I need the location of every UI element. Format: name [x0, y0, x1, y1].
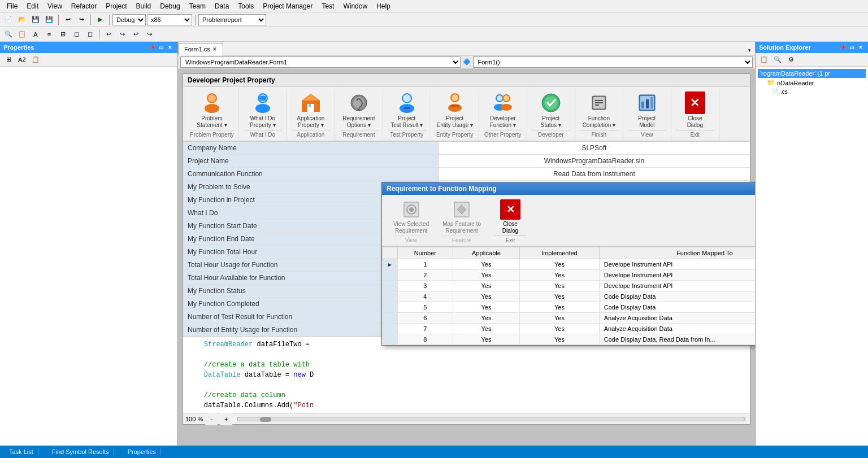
popup-table-row[interactable]: ► 1 Yes Yes Develope Instrument API	[383, 259, 756, 270]
project-model-item[interactable]: ProjectModel View	[623, 89, 671, 141]
menu-project[interactable]: Project	[101, 1, 131, 11]
project-status-item[interactable]: ProjectStatus ▾ Developer	[527, 89, 575, 141]
popup-table-row[interactable]: 3 Yes Yes Develope Instrument API	[383, 281, 756, 291]
tb2-btn6[interactable]: ◻	[70, 28, 83, 41]
prop-alpha-btn[interactable]: AZ	[16, 54, 28, 66]
solution-pin-btn[interactable]: 📌	[839, 43, 847, 51]
undo-btn[interactable]: ↩	[62, 14, 74, 26]
menu-debug[interactable]: Debug	[155, 1, 184, 11]
save-all-btn[interactable]: 💾	[43, 14, 55, 26]
tab-form1cs[interactable]: Form1.cs ✕	[178, 43, 223, 55]
popup-table-container[interactable]: Number Applicable Implemented Function M…	[382, 247, 755, 345]
sol-btn3[interactable]: ⚙	[785, 54, 797, 66]
popup-table-row[interactable]: 5 Yes Yes Code Display Data	[383, 302, 756, 313]
project-entity-usage-item[interactable]: ProjectEntity Usage ▾ Entity Property	[431, 89, 479, 141]
properties-pin-btn[interactable]: 📌	[148, 43, 156, 51]
sol-btn1[interactable]: 📋	[758, 54, 770, 66]
solution-close-btn[interactable]: ✕	[857, 43, 865, 51]
menu-build[interactable]: Build	[132, 1, 156, 11]
properties-close-btn[interactable]: ✕	[166, 43, 174, 51]
cell-mapped: Code Display Data, Read Data from In...	[599, 334, 755, 345]
popup-table-row[interactable]: 2 Yes Yes Develope Instrument API	[383, 270, 756, 281]
tb2-btn3[interactable]: A	[29, 28, 42, 41]
tb2-btn5[interactable]: ⊞	[57, 28, 69, 41]
popup-table-row[interactable]: 7 Yes Yes Analyze Acquisition Data	[383, 324, 756, 334]
status-task-list[interactable]: Task List	[5, 448, 38, 455]
menu-file[interactable]: File	[2, 1, 22, 11]
run-btn[interactable]: ▶	[94, 14, 106, 26]
status-find-symbol[interactable]: Find Symbol Results	[47, 448, 114, 455]
solution-short-item[interactable]: 📁 nDataReader	[758, 78, 866, 88]
requirement-options-label: RequirementOptions ▾	[342, 115, 375, 129]
popup-close-dialog-item[interactable]: ✕ CloseDialog Exit	[488, 197, 533, 246]
menu-project-manager[interactable]: Project Manager	[258, 1, 317, 11]
zoom-minus-btn[interactable]: -	[205, 413, 218, 425]
data-table-row[interactable]: Company NameSLPSoft	[183, 142, 750, 155]
status-properties[interactable]: Properties	[123, 448, 161, 455]
zoom-scrollbar[interactable]	[237, 417, 745, 421]
tb2-btn7[interactable]: ◻	[84, 28, 96, 41]
popup-table-row[interactable]: 4 Yes Yes Code Display Data	[383, 291, 756, 302]
tb2-btn1[interactable]: 🔍	[2, 28, 15, 41]
data-table-row[interactable]: Communication FunctionRead Data from Ins…	[183, 168, 750, 181]
code-editor[interactable]: StreamReader dataFileTwo = //create a da…	[183, 337, 750, 413]
popup-close-red-btn[interactable]: ✕	[500, 199, 520, 220]
menu-edit[interactable]: Edit	[22, 1, 43, 11]
function-completion-item[interactable]: FunctionCompletion ▾ Finish	[575, 89, 623, 141]
data-table-row[interactable]: Project NameWindowsProgramDataReader.sln	[183, 155, 750, 168]
project-test-result-item[interactable]: ProjectTest Result ▾ Test Property	[383, 89, 431, 141]
close-dialog-item[interactable]: ✕ CloseDialog Exit	[671, 89, 719, 141]
svg-point-26	[501, 104, 512, 111]
prop-pages-btn[interactable]: 📋	[29, 54, 42, 66]
properties-header: Properties 📌 ▭ ✕	[0, 42, 177, 53]
properties-float-btn[interactable]: ▭	[157, 43, 165, 51]
tb2-btn11[interactable]: ↪	[143, 28, 155, 41]
what-i-do-item[interactable]: What I DoProperty ▾ What I Do	[239, 89, 287, 141]
solution-project-item[interactable]: 'rogramDataReader' (1 pr	[758, 69, 866, 78]
namespace-combo[interactable]: WindowsProgramDataReader.Form1	[180, 56, 461, 68]
function-completion-icon	[588, 91, 610, 114]
map-feature-item[interactable]: Map Feature toRequirement Feature	[436, 197, 488, 246]
new-file-btn[interactable]: 📄	[2, 14, 15, 26]
menu-data[interactable]: Data	[210, 1, 233, 11]
requirement-options-item[interactable]: RequirementOptions ▾ Requirement	[335, 89, 383, 141]
zoom-plus-btn[interactable]: +	[220, 413, 232, 425]
close-dialog-red-btn[interactable]: ✕	[685, 91, 705, 114]
view-selected-req-item[interactable]: View SelectedRequirement View	[387, 197, 436, 246]
solution-cs-item[interactable]: 📄 .cs	[758, 88, 866, 96]
menu-window[interactable]: Window	[338, 1, 372, 11]
method-combo[interactable]: Form1()	[473, 56, 753, 68]
debug-mode-combo[interactable]: Debug	[112, 14, 146, 25]
editor-top-bar: WindowsProgramDataReader.Form1 🔷 Form1()	[178, 55, 755, 69]
menu-test[interactable]: Test	[317, 1, 338, 11]
menu-help[interactable]: Help	[372, 1, 395, 11]
problem-statement-item[interactable]: ! ProblemStatement ▾ Problem Property	[185, 89, 239, 141]
tab-form1cs-close[interactable]: ✕	[212, 46, 217, 52]
developer-function-sublabel: Other Property	[484, 130, 522, 138]
tb2-btn2[interactable]: 📋	[16, 28, 28, 41]
tab-dropdown-btn[interactable]: ▾	[745, 46, 754, 55]
project-combo[interactable]: Problemreport	[198, 14, 266, 25]
solution-float-btn[interactable]: ▭	[848, 43, 856, 51]
properties-title: Properties	[3, 44, 34, 51]
menu-view[interactable]: View	[43, 1, 67, 11]
menu-team[interactable]: Team	[185, 1, 210, 11]
application-item[interactable]: ApplicationProperty ▾ Application	[287, 89, 335, 141]
save-btn[interactable]: 💾	[29, 14, 42, 26]
sol-btn2[interactable]: 🔍	[771, 54, 784, 66]
zoom-level: 100 %	[185, 416, 203, 422]
developer-function-item[interactable]: DeveloperFunction ▾ Other Property	[479, 89, 527, 141]
redo-btn[interactable]: ↪	[75, 14, 88, 26]
tb2-btn8[interactable]: ↩	[102, 28, 115, 41]
tb2-btn4[interactable]: ≡	[43, 28, 55, 41]
platform-combo[interactable]: x86	[147, 14, 192, 25]
popup-table-row[interactable]: 8 Yes Yes Code Display Data, Read Data f…	[383, 334, 756, 345]
application-label: ApplicationProperty ▾	[297, 115, 324, 129]
popup-table-row[interactable]: 6 Yes Yes Analyze Acquisition Data	[383, 313, 756, 324]
menu-tools[interactable]: Tools	[233, 1, 258, 11]
prop-sort-btn[interactable]: ⊞	[2, 54, 15, 66]
menu-refactor[interactable]: Refactor	[67, 1, 101, 11]
open-btn[interactable]: 📂	[16, 14, 28, 26]
tb2-btn9[interactable]: ↪	[116, 28, 128, 41]
tb2-btn10[interactable]: ↩	[129, 28, 142, 41]
